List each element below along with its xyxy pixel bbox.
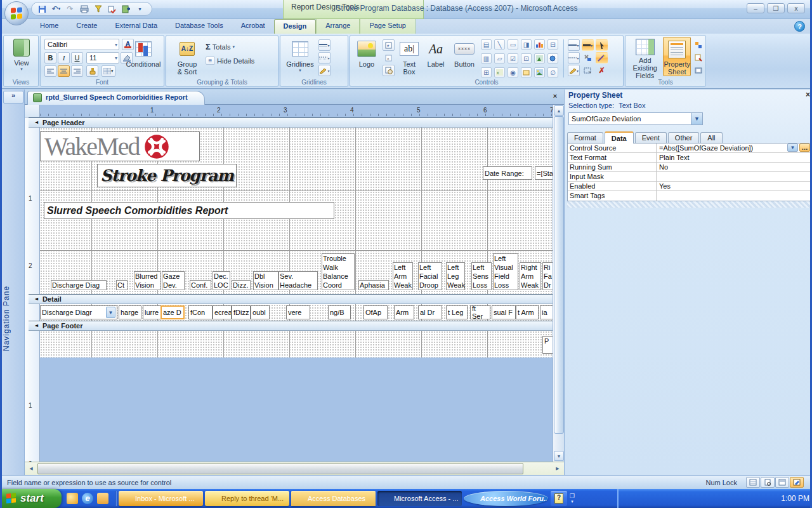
page-number-textbox[interactable]: P [542,336,553,354]
control-wizards-button[interactable] [596,52,608,64]
save-button[interactable] [37,4,48,15]
ribbon-tab[interactable]: Acrobat [232,19,274,34]
detail-textbox[interactable]: sual F ▼ [492,305,516,319]
bound-object-icon[interactable] [521,67,532,77]
start-button[interactable]: start [0,489,62,508]
detail-textbox[interactable]: fDizz ▼ [232,305,251,319]
property-row[interactable]: Text Format Plain Text ▼ … [568,153,811,163]
print-preview-button[interactable] [761,477,775,488]
detail-textbox[interactable]: ng/B ▼ [328,305,351,319]
date-range-textbox[interactable]: =[Sta [535,166,553,180]
internet-explorer-icon[interactable]: e [82,493,93,504]
minimize-button[interactable]: – [747,3,764,13]
tray-icon[interactable] [702,495,710,503]
bold-button[interactable]: B [44,52,56,64]
italic-button[interactable]: I [58,52,70,64]
gridline-pen-button[interactable]: ▾ [318,65,331,76]
column-header-label[interactable]: Left Facial Droop [418,262,442,290]
combo-dropdown-icon[interactable]: ▼ [106,307,115,318]
property-value[interactable]: ▼ … [657,191,811,201]
totals-button[interactable]: Σ Totals▾ [206,42,254,51]
underline-button[interactable]: U [71,52,83,64]
report-title-label[interactable]: Slurred Speech Comorbidities Report [44,202,334,219]
property-sheet-button[interactable]: Property Sheet [663,37,691,76]
quick-launch-icon-1[interactable] [67,493,78,504]
column-header-label[interactable]: Sev. Headache [278,271,318,290]
column-header-label[interactable]: Ct [116,280,128,290]
select-all-button[interactable] [582,65,594,76]
column-header-label[interactable]: Dbl Vision [253,271,278,290]
option-button-icon[interactable]: ◉ [508,67,518,77]
design-canvas[interactable]: 1234567 1212 ◄ Page Header Wak [25,105,553,462]
line-type-button[interactable]: ▾ [568,39,580,51]
detail-textbox[interactable]: lurre ▼ [143,305,162,319]
close-button[interactable]: x [787,3,805,13]
page-header-band[interactable]: WakeMed [40,128,553,294]
check-box-icon[interactable]: ☑ [508,53,518,64]
tray-icon[interactable] [723,495,731,503]
customize-qat-button[interactable]: ▾ [134,4,145,15]
vertical-ruler[interactable]: 1212 [25,117,40,462]
ribbon-tab[interactable]: Create [67,19,106,34]
detail-textbox[interactable]: oubl ▼ [251,305,270,319]
value-dropdown-icon[interactable]: ▼ [787,144,798,152]
tray-icon[interactable] [734,495,742,503]
navigation-pane-collapsed[interactable]: » Navigation Pane [2,90,25,475]
format-painter-button[interactable] [86,65,98,77]
page-header-section-bar[interactable]: ◄ Page Header [29,117,553,128]
property-row[interactable]: Enabled Yes ▼ … [568,182,811,191]
list-box-icon[interactable]: ▥ [481,53,492,64]
detail-textbox[interactable]: vere ▼ [286,305,310,319]
tray-icon[interactable] [712,495,721,503]
convert-macros-icon[interactable] [692,65,704,76]
scroll-down-button[interactable]: ▼ [554,451,564,461]
page-footer-band[interactable]: P [40,331,553,358]
print-button[interactable] [79,4,89,15]
tray-icon[interactable] [648,495,656,503]
scroll-left-button[interactable]: ◀ [26,464,36,474]
property-sheet-tab[interactable]: All [700,132,722,143]
column-header-label[interactable]: Dec. LOC [213,271,230,290]
column-header-label[interactable]: Trouble Walk Balance Coord [322,253,355,290]
image-plant-icon[interactable] [534,53,545,64]
ribbon-tab[interactable]: Home [31,19,67,34]
gridlines-button[interactable]: Gridlines ▾ [282,37,318,77]
detail-textbox[interactable]: OfAp ▼ [363,305,388,319]
scroll-up-button[interactable]: ▲ [554,105,564,116]
detail-section-bar[interactable]: ◄ Detail [29,294,553,304]
ribbon-tab[interactable]: External Data [106,19,166,34]
tray-icon[interactable] [626,495,634,503]
detail-textbox[interactable]: ia ▼ [540,305,553,319]
export-excel-button[interactable] [121,4,131,15]
ribbon-tab[interactable]: Page Setup [360,19,416,34]
taskbar-task-button[interactable]: Access World Foru... [464,491,548,506]
toggle-button-icon[interactable]: ◨ [521,39,532,50]
tray-icon[interactable] [637,495,645,503]
wakemed-logo[interactable]: WakeMed [40,131,200,161]
combo-box-icon[interactable]: ▤ [481,39,492,50]
horizontal-ruler[interactable]: 1234567 [40,105,553,117]
property-row[interactable]: Input Mask ▼ … [568,172,811,182]
taskbar-task-button[interactable]: Inbox - Microsoft ... [119,491,203,506]
property-sheet-tab[interactable]: Event [635,132,667,143]
property-row[interactable]: Control Source =Abs([SumOfGaze Deviation… [568,144,811,153]
detail-textbox[interactable]: Discharge Diagr ▼ [40,305,117,319]
column-header-label[interactable]: Blurred Vision [134,271,160,290]
line-dash-button[interactable]: ▾ [568,52,580,64]
help-icon[interactable]: ? [794,21,805,32]
add-existing-fields-button[interactable]: Add Existing Fields [627,37,663,77]
tray-icon[interactable] [669,495,678,503]
hyperlink-icon[interactable] [547,53,558,64]
column-header-label[interactable]: Left Arm Weak [393,262,413,290]
help-window-task[interactable]: ? [551,491,567,506]
detail-textbox[interactable]: fCon ▼ [188,305,213,319]
property-value[interactable]: Yes ▼ … [657,182,811,190]
conditional-button[interactable]: Conditional [124,37,162,77]
ribbon-tab[interactable]: Database Tools [166,19,232,34]
detail-textbox[interactable]: aze D ▼ [160,305,185,319]
column-header-label[interactable]: Dizz. [232,280,251,290]
tray-icon[interactable] [691,495,699,503]
spelling-button[interactable] [107,4,117,15]
date-range-label[interactable]: Date Range: [483,166,532,180]
page-footer-section-bar[interactable]: ◄ Page Footer [29,321,553,331]
